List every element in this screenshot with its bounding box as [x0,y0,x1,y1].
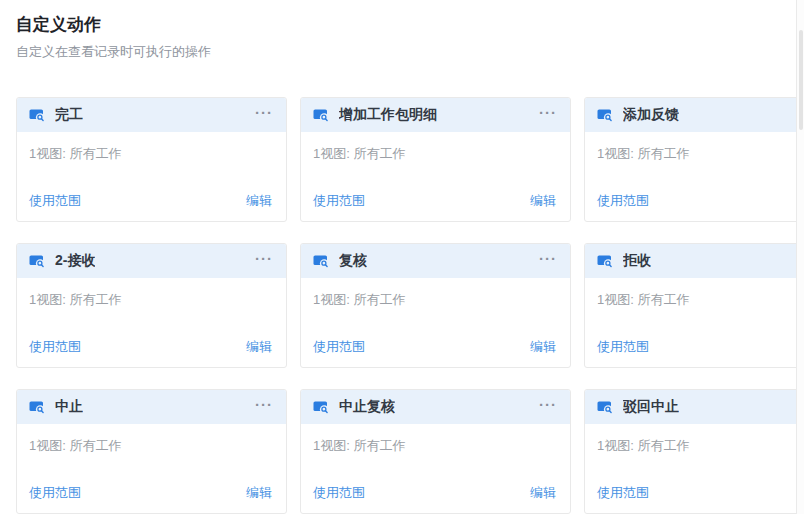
scope-link[interactable]: 使用范围 [597,338,649,356]
action-card: 添加反馈 ··· 1视图: 所有工作 使用范围 编辑 [584,97,804,222]
more-icon[interactable]: ··· [533,252,557,270]
action-card-footer: 使用范围 编辑 [597,338,804,356]
action-card: 中止 ··· 1视图: 所有工作 使用范围 编辑 [16,389,287,514]
action-card: 增加工作包明细 ··· 1视图: 所有工作 使用范围 编辑 [300,97,571,222]
action-card-footer: 使用范围 编辑 [313,338,556,356]
scope-link[interactable]: 使用范围 [313,192,365,210]
action-card-views: 1视图: 所有工作 [17,132,286,162]
action-card: 拒收 ··· 1视图: 所有工作 使用范围 编辑 [584,243,804,368]
action-card-footer: 使用范围 编辑 [29,338,272,356]
scope-link[interactable]: 使用范围 [29,338,81,356]
action-card-footer: 使用范围 编辑 [597,192,804,210]
more-icon[interactable]: ··· [249,106,273,124]
action-card-views: 1视图: 所有工作 [585,424,804,454]
more-icon[interactable]: ··· [533,106,557,124]
action-card-title: 中止 [55,398,83,416]
action-card-title: 增加工作包明细 [339,106,437,124]
action-card: 中止复核 ··· 1视图: 所有工作 使用范围 编辑 [300,389,571,514]
action-card-views: 1视图: 所有工作 [301,278,570,308]
action-card-footer: 使用范围 编辑 [313,192,556,210]
action-icon [313,107,329,123]
action-icon [597,399,613,415]
action-card-title: 拒收 [623,252,651,270]
action-card-header: 2-接收 ··· [17,244,286,278]
action-card-header: 完工 ··· [17,98,286,132]
page-subtitle: 自定义在查看记录时可执行的操作 [16,43,788,61]
scope-link[interactable]: 使用范围 [597,192,649,210]
action-icon [597,253,613,269]
edit-link[interactable]: 编辑 [530,192,556,210]
edit-link[interactable]: 编辑 [246,192,272,210]
action-icon [29,107,45,123]
action-card-views: 1视图: 所有工作 [585,132,804,162]
action-card-footer: 使用范围 编辑 [29,484,272,502]
scope-link[interactable]: 使用范围 [29,192,81,210]
scope-link[interactable]: 使用范围 [29,484,81,502]
action-card-header: 添加反馈 ··· [585,98,804,132]
edit-link[interactable]: 编辑 [246,338,272,356]
vertical-scrollbar[interactable] [796,0,804,514]
action-card-footer: 使用范围 编辑 [29,192,272,210]
action-icon [313,399,329,415]
action-card-views: 1视图: 所有工作 [17,424,286,454]
action-card-title: 复核 [339,252,367,270]
custom-actions-page: 自定义动作 自定义在查看记录时可执行的操作 完工 ··· 1视图: 所有工作 [0,0,804,514]
action-card-footer: 使用范围 编辑 [313,484,556,502]
action-card-views: 1视图: 所有工作 [585,278,804,308]
action-card-footer: 使用范围 编辑 [597,484,804,502]
scope-link[interactable]: 使用范围 [313,338,365,356]
scope-link[interactable]: 使用范围 [313,484,365,502]
scrollbar-thumb[interactable] [799,30,803,130]
edit-link[interactable]: 编辑 [530,338,556,356]
more-icon[interactable]: ··· [249,252,273,270]
action-icon [313,253,329,269]
action-card: 复核 ··· 1视图: 所有工作 使用范围 编辑 [300,243,571,368]
action-icon [597,107,613,123]
action-card-views: 1视图: 所有工作 [301,424,570,454]
action-card-title: 驳回中止 [623,398,679,416]
action-card-views: 1视图: 所有工作 [17,278,286,308]
edit-link[interactable]: 编辑 [530,484,556,502]
action-card-grid: 完工 ··· 1视图: 所有工作 使用范围 编辑 [16,97,804,514]
action-card-header: 拒收 ··· [585,244,804,278]
action-card-title: 完工 [55,106,83,124]
action-card-header: 驳回中止 ··· [585,390,804,424]
action-card-title: 中止复核 [339,398,395,416]
scope-link[interactable]: 使用范围 [597,484,649,502]
more-icon[interactable]: ··· [533,398,557,416]
action-card: 驳回中止 ··· 1视图: 所有工作 使用范围 编辑 [584,389,804,514]
action-card-header: 复核 ··· [301,244,570,278]
page-header: 自定义动作 自定义在查看记录时可执行的操作 [0,0,804,61]
more-icon[interactable]: ··· [249,398,273,416]
action-icon [29,399,45,415]
action-icon [29,253,45,269]
action-card: 完工 ··· 1视图: 所有工作 使用范围 编辑 [16,97,287,222]
edit-link[interactable]: 编辑 [246,484,272,502]
action-card-header: 增加工作包明细 ··· [301,98,570,132]
action-card-views: 1视图: 所有工作 [301,132,570,162]
action-card-header: 中止 ··· [17,390,286,424]
page-title: 自定义动作 [16,14,788,36]
action-card-title: 2-接收 [55,252,95,270]
action-card-title: 添加反馈 [623,106,679,124]
action-card: 2-接收 ··· 1视图: 所有工作 使用范围 编辑 [16,243,287,368]
action-card-header: 中止复核 ··· [301,390,570,424]
